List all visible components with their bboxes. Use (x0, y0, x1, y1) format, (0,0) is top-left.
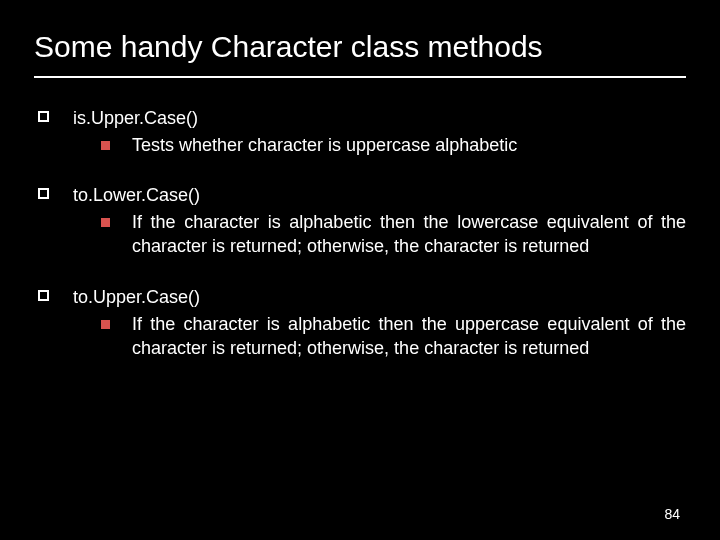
sub-item: If the character is alphabetic then the … (73, 210, 686, 259)
method-name: to.Lower.Case() (73, 183, 686, 208)
item-body: to.Lower.Case() If the character is alph… (73, 183, 686, 259)
sub-item: If the character is alphabetic then the … (73, 312, 686, 361)
method-name: to.Upper.Case() (73, 285, 686, 310)
method-description: If the character is alphabetic then the … (132, 312, 686, 361)
list-item: to.Lower.Case() If the character is alph… (38, 183, 686, 259)
method-name: is.Upper.Case() (73, 106, 686, 131)
filled-square-icon (101, 320, 110, 329)
outline-square-icon (38, 290, 49, 301)
method-description: If the character is alphabetic then the … (132, 210, 686, 259)
sub-item: Tests whether character is uppercase alp… (73, 133, 686, 157)
list-item: is.Upper.Case() Tests whether character … (38, 106, 686, 157)
method-description: Tests whether character is uppercase alp… (132, 133, 686, 157)
outline-square-icon (38, 111, 49, 122)
slide-title: Some handy Character class methods (34, 28, 686, 78)
item-body: to.Upper.Case() If the character is alph… (73, 285, 686, 361)
item-body: is.Upper.Case() Tests whether character … (73, 106, 686, 157)
page-number: 84 (664, 506, 680, 522)
filled-square-icon (101, 141, 110, 150)
list-item: to.Upper.Case() If the character is alph… (38, 285, 686, 361)
slide-content: is.Upper.Case() Tests whether character … (34, 106, 686, 361)
slide: Some handy Character class methods is.Up… (0, 0, 720, 540)
filled-square-icon (101, 218, 110, 227)
outline-square-icon (38, 188, 49, 199)
